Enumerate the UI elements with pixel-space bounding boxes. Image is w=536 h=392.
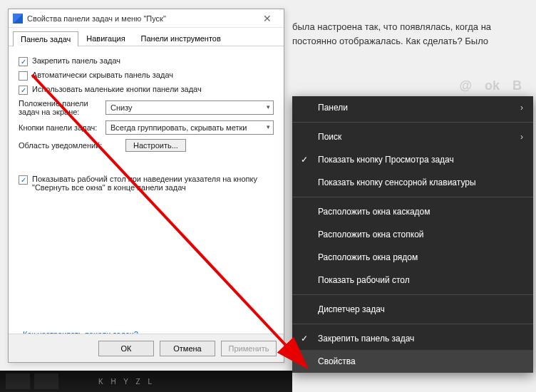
label-show-desktop-hover: Показывать рабочий стол при наведении ук…	[32, 175, 274, 192]
configure-button[interactable]: Настроить...	[125, 139, 186, 152]
close-button[interactable]: ✕	[255, 13, 279, 24]
menu-taskmgr-label: Диспетчер задач	[318, 304, 385, 314]
taskbar-context-menu: Панели › Поиск › ✓ Показать кнопку Просм…	[292, 96, 533, 373]
dialog-buttons: ОК Отмена Применить	[9, 334, 284, 362]
menu-lock-label: Закрепить панель задач	[318, 334, 414, 344]
separator	[292, 197, 533, 197]
separator	[292, 324, 533, 324]
ok-icon[interactable]: ok	[485, 78, 500, 93]
tab-taskbar[interactable]: Панель задач	[13, 31, 78, 46]
chevron-right-icon: ›	[520, 132, 523, 142]
combo-taskbar-buttons[interactable]: Всегда группировать, скрывать метки ▾	[105, 120, 274, 135]
menu-properties[interactable]: Свойства	[292, 350, 533, 373]
menu-properties-label: Свойства	[318, 356, 356, 366]
taskbar-app-icon[interactable]	[6, 373, 30, 389]
vk-icon[interactable]: В	[512, 78, 522, 93]
tab-navigation[interactable]: Навигация	[78, 31, 133, 46]
label-position: Положение панели задач на экране:	[19, 99, 98, 116]
label-autohide: Автоматически скрывать панель задач	[32, 71, 173, 79]
menu-show-desktop-label: Показать рабочий стол	[318, 275, 410, 285]
checkbox-pin-taskbar[interactable]	[19, 57, 28, 66]
ok-button[interactable]: ОК	[98, 341, 154, 356]
menu-show-desktop[interactable]: Показать рабочий стол	[292, 269, 533, 292]
menu-search[interactable]: Поиск ›	[292, 125, 533, 148]
menu-show-taskview[interactable]: ✓ Показать кнопку Просмотра задач	[292, 148, 533, 171]
tab-body: Закрепить панель задач Автоматически скр…	[9, 46, 284, 202]
menu-taskview-label: Показать кнопку Просмотра задач	[318, 155, 454, 165]
social-icons-row: @ ok В	[459, 78, 522, 93]
apply-button[interactable]: Применить	[221, 341, 277, 356]
titlebar: Свойства панели задач и меню "Пуск" ✕	[9, 9, 284, 28]
label-small-buttons: Использовать маленькие кнопки панели зад…	[32, 85, 202, 93]
check-icon: ✓	[301, 334, 308, 344]
menu-cascade-label: Расположить окна каскадом	[318, 207, 431, 217]
bg-line1: была настроена так, что появлялась, когд…	[292, 21, 491, 32]
cancel-button[interactable]: Отмена	[160, 341, 215, 356]
dialog-title: Свойства панели задач и меню "Пуск"	[27, 14, 255, 23]
menu-task-manager[interactable]: Диспетчер задач	[292, 298, 533, 321]
checkbox-autohide[interactable]	[19, 71, 28, 81]
bg-line2: постоянно отображалась. Как сделать? Был…	[292, 36, 488, 46]
menu-panels[interactable]: Панели ›	[292, 96, 533, 119]
tabs-row: Панель задач Навигация Панели инструмент…	[9, 28, 284, 46]
dialog-icon	[13, 14, 23, 24]
at-icon[interactable]: @	[459, 78, 472, 93]
menu-side-label: Расположить окна рядом	[318, 252, 418, 262]
check-icon: ✓	[301, 155, 308, 165]
menu-panels-label: Панели	[318, 103, 348, 113]
taskbar-watermark: K H Y Z L	[98, 378, 155, 386]
menu-side-by-side[interactable]: Расположить окна рядом	[292, 246, 533, 269]
checkbox-show-desktop-hover[interactable]	[19, 175, 28, 185]
tab-toolbars[interactable]: Панели инструментов	[133, 31, 229, 46]
taskbar[interactable]: K H Y Z L	[0, 371, 292, 392]
menu-show-touch-keyboard[interactable]: Показать кнопку сенсорной клавиатуры	[292, 171, 533, 194]
separator	[292, 294, 533, 295]
separator	[292, 122, 533, 123]
chevron-down-icon: ▾	[267, 103, 270, 110]
menu-lock-taskbar[interactable]: ✓ Закрепить панель задач	[292, 327, 533, 350]
label-notification-area: Область уведомлений:	[19, 141, 118, 150]
menu-touchkb-label: Показать кнопку сенсорной клавиатуры	[318, 177, 476, 187]
label-taskbar-buttons: Кнопки панели задач:	[19, 123, 98, 132]
combo-buttons-value: Всегда группировать, скрывать метки	[110, 123, 247, 132]
background-article-text: была настроена так, что появлялась, когд…	[292, 20, 529, 48]
chevron-down-icon: ▾	[267, 123, 270, 130]
taskbar-properties-dialog: Свойства панели задач и меню "Пуск" ✕ Па…	[8, 9, 284, 363]
chevron-right-icon: ›	[520, 103, 523, 113]
combo-position-value: Снизу	[110, 103, 133, 112]
menu-stack[interactable]: Расположить окна стопкой	[292, 223, 533, 246]
checkbox-small-buttons[interactable]	[19, 86, 28, 95]
menu-stack-label: Расположить окна стопкой	[318, 229, 424, 239]
menu-search-label: Поиск	[318, 132, 341, 142]
combo-position[interactable]: Снизу ▾	[105, 100, 274, 115]
label-pin-taskbar: Закрепить панель задач	[32, 56, 120, 65]
menu-cascade[interactable]: Расположить окна каскадом	[292, 200, 533, 223]
taskbar-app-icon[interactable]	[34, 373, 58, 389]
